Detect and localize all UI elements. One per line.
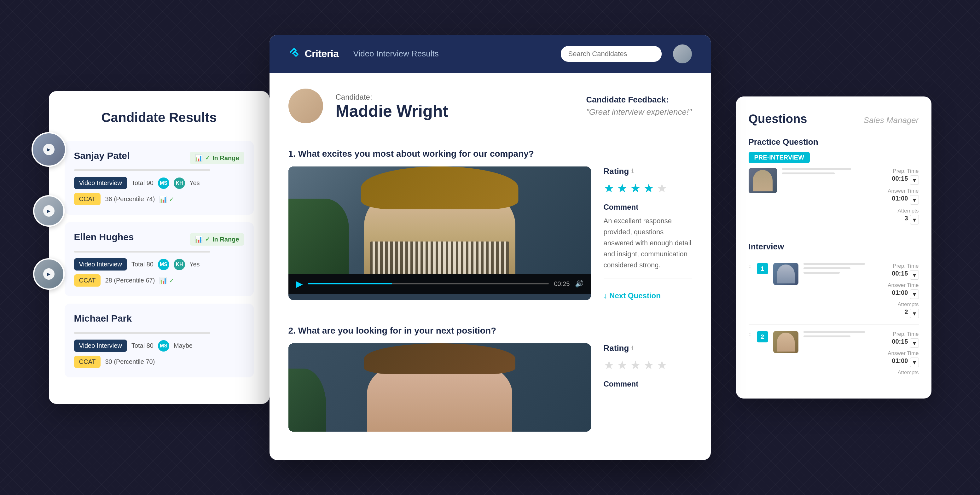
interview-item-1: :: 1 Prep. Time 00:15 ▾ Answer Time [749,257,919,325]
question-bars-2 [803,331,876,340]
question-number-2: 2 [757,331,768,342]
tag-video-sanjay: Video Interview [74,177,127,189]
practice-attempts-label: Attempts [869,208,919,214]
star-2-5[interactable]: ★ [657,358,667,372]
candidate-header: Candidate: Maddie Wright Candidate Feedb… [288,89,692,136]
chart-icon-sanjay: 📊 [195,154,203,162]
tag-ccat-sanjay: CCAT [74,193,101,205]
candidate-name-sanjay: Sanjay Patel [74,150,130,161]
star-1-1[interactable]: ★ [604,181,614,195]
candidate-name-michael: Michael Park [74,313,132,324]
tag-percentile-michael: 30 (Percentile 70) [105,358,155,365]
play-button-michael[interactable]: ▶ [43,268,54,280]
question-content-1: ▶ 00:25 🔊 Rating ℹ [288,167,692,301]
q2-prep-dropdown[interactable]: ▾ [910,338,919,348]
logo-area: Criteria Video Interview Results [288,47,439,61]
tag-video-michael: Video Interview [74,339,127,352]
tag-kh-ellen: KH [174,259,185,270]
tag-ms-sanjay: MS [158,178,169,189]
tag-kh-sanjay: KH [174,178,185,189]
feedback-area: Candidate Feedback: "Great interview exp… [586,95,692,117]
star-1-4[interactable]: ★ [643,181,654,195]
questions-header: Questions Sales Manager [749,112,919,126]
user-avatar [673,45,692,64]
candidate-tags-michael: Video Interview Total 80 MS Maybe [74,339,244,352]
practice-thumb [749,168,777,193]
progress-bar-1[interactable] [308,283,549,284]
tag-percentile-sanjay: 36 (Percentile 74) [105,196,155,203]
question-thumb-1 [773,263,799,285]
time-display-1: 00:25 [554,280,570,288]
questions-panel: Questions Sales Manager Practice Questio… [736,97,931,398]
in-range-badge-sanjay: 📊 ✓ In Range [190,152,244,164]
question-title-1: 1. What excites you most about working f… [288,149,692,159]
rating-info-icon-1: ℹ [632,168,633,175]
rating-panel-2: Rating ℹ ★ ★ ★ ★ ★ Comment [604,343,692,431]
header-title: Video Interview Results [353,49,439,59]
practice-answer-dropdown[interactable]: ▾ [910,195,919,205]
interview-item-2: :: 2 Prep. Time 00:15 ▾ Answer Time [749,325,919,383]
tag-verdict-sanjay: Yes [189,180,200,187]
logo-text: Criteria [305,48,339,60]
video-player-2 [288,343,591,431]
play-icon-1[interactable]: ▶ [296,279,303,289]
practice-question-row: Prep. Time 00:15 ▾ Answer Time 01:00 ▾ A… [749,168,919,224]
questions-subtitle: Sales Manager [864,115,919,125]
drag-handle-2[interactable]: :: [749,331,752,337]
question-meta-2: Prep. Time 00:15 ▾ Answer Time 01:00 ▾ A… [881,331,919,376]
video-placeholder-1 [288,167,591,274]
star-2-3[interactable]: ★ [630,358,641,372]
avatar-ellen: ▶ [33,195,65,227]
video-controls-1: ▶ 00:25 🔊 [288,274,591,294]
star-1-5[interactable]: ★ [657,181,667,195]
section-divider [288,313,692,313]
rating-label-1: Rating ℹ [604,167,692,176]
question-content-2: Rating ℹ ★ ★ ★ ★ ★ Comment [288,343,692,431]
candidate-row-sanjay: Sanjay Patel 📊 ✓ In Range Video Intervie… [65,141,254,215]
chart-icon-ellen: 📊 [195,236,203,243]
candidate-label: Candidate: [336,93,448,102]
comment-label-2: Comment [604,380,692,388]
comment-label-1: Comment [604,203,692,212]
q1-attempts-dropdown[interactable]: ▾ [910,309,919,318]
candidate-name-ellen: Ellen Hughes [74,232,134,242]
candidate-results-card: ▶ ▶ ▶ Candidate Results Sanjay Patel 📊 ✓… [49,91,269,404]
candidate-bar-michael [74,332,210,334]
rating-label-2: Rating ℹ [604,343,692,353]
q1-prep-dropdown[interactable]: ▾ [910,270,919,280]
star-1-2[interactable]: ★ [617,181,628,195]
video-player-1: ▶ 00:25 🔊 [288,167,591,301]
practice-prep-value: 00:15 [892,175,908,182]
practice-attempts-dropdown[interactable]: ▾ [910,215,919,224]
rating-info-icon-2: ℹ [632,345,633,352]
drag-handle-1[interactable]: :: [749,263,752,270]
search-input[interactable] [561,46,662,62]
tag-percentile-ellen: 28 (Percentile 67) [105,277,155,284]
practice-attempts-value: 3 [904,215,908,222]
star-2-1[interactable]: ★ [604,358,614,372]
q2-answer-dropdown[interactable]: ▾ [910,358,919,367]
star-1-3[interactable]: ★ [630,181,641,195]
progress-fill-1 [308,283,393,284]
star-2-4[interactable]: ★ [643,358,654,372]
practice-prep-dropdown[interactable]: ▾ [910,175,919,185]
play-button-ellen[interactable]: ▶ [43,205,54,216]
tag-total-michael: Total 80 [132,342,154,349]
logo-icon [288,47,300,61]
video-placeholder-2 [288,343,591,431]
question-number-1: 1 [757,263,768,274]
main-header: Criteria Video Interview Results [269,35,711,73]
tag-ccat-ellen: CCAT [74,274,101,286]
star-2-2[interactable]: ★ [617,358,628,372]
tag-verdict-michael: Maybe [174,342,192,349]
next-question-button[interactable]: ↓ Next Question [604,285,692,300]
main-panel: Criteria Video Interview Results Candida… [269,35,711,460]
q1-answer-dropdown[interactable]: ▾ [910,290,919,299]
practice-bar-1 [782,168,851,170]
tag-ms-ellen: MS [158,259,169,270]
avatar-michael: ▶ [33,258,65,290]
volume-icon-1[interactable]: 🔊 [575,280,584,288]
question-section-2: 2. What are you looking for in your next… [288,326,692,431]
stars-2: ★ ★ ★ ★ ★ [604,358,692,372]
play-button-sanjay[interactable]: ▶ [43,144,54,155]
